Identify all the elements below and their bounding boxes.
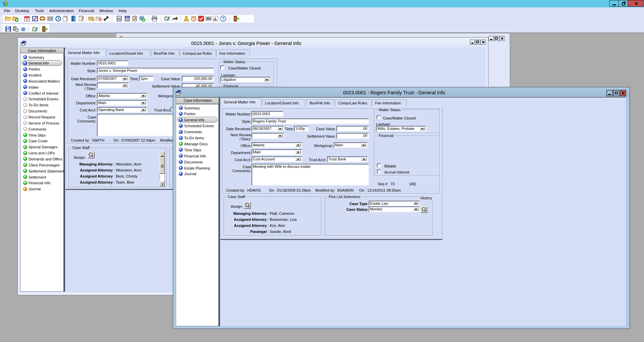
svg-text:@: @ (99, 18, 102, 21)
svg-text:31: 31 (25, 18, 29, 21)
svg-text:?: ? (222, 16, 224, 21)
svg-text:PV: PV (126, 16, 129, 18)
svg-text:<▦>: <▦> (20, 27, 26, 32)
